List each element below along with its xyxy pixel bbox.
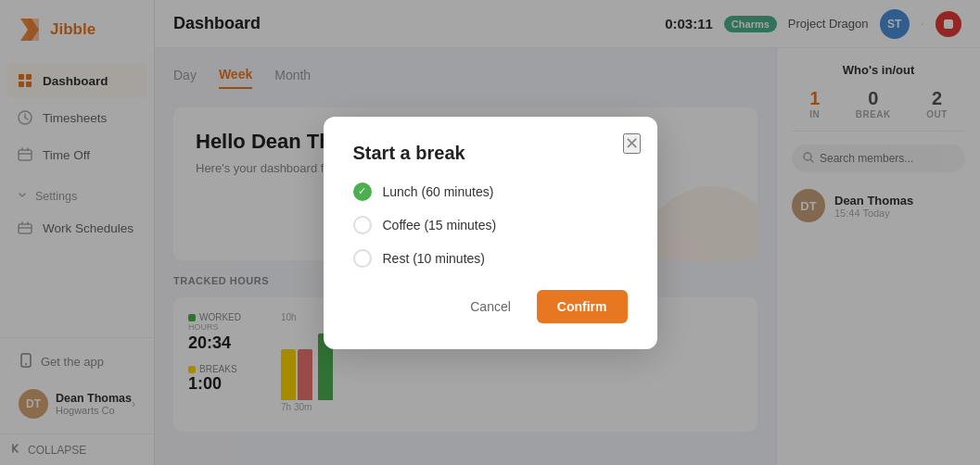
break-label-rest: Rest (10 minutes) [383, 251, 485, 266]
break-option-lunch[interactable]: ✓ Lunch (60 minutes) [353, 182, 628, 201]
cancel-button[interactable]: Cancel [455, 290, 526, 323]
break-label-coffee: Coffee (15 minutes) [383, 218, 497, 232]
radio-lunch: ✓ [353, 182, 372, 201]
modal-title: Start a break [353, 143, 628, 164]
confirm-button[interactable]: Confirm [537, 290, 628, 323]
modal-overlay[interactable]: Start a break ✕ ✓ Lunch (60 minutes) Cof… [0, 0, 980, 465]
radio-coffee [353, 216, 372, 234]
modal-close-button[interactable]: ✕ [623, 133, 641, 154]
break-label-lunch: Lunch (60 minutes) [383, 184, 494, 199]
break-option-coffee[interactable]: Coffee (15 minutes) [353, 216, 628, 234]
start-break-modal: Start a break ✕ ✓ Lunch (60 minutes) Cof… [324, 117, 657, 349]
modal-actions: Cancel Confirm [353, 290, 628, 323]
break-option-rest[interactable]: Rest (10 minutes) [353, 249, 628, 268]
radio-rest [353, 249, 372, 268]
radio-lunch-check: ✓ [358, 185, 366, 197]
